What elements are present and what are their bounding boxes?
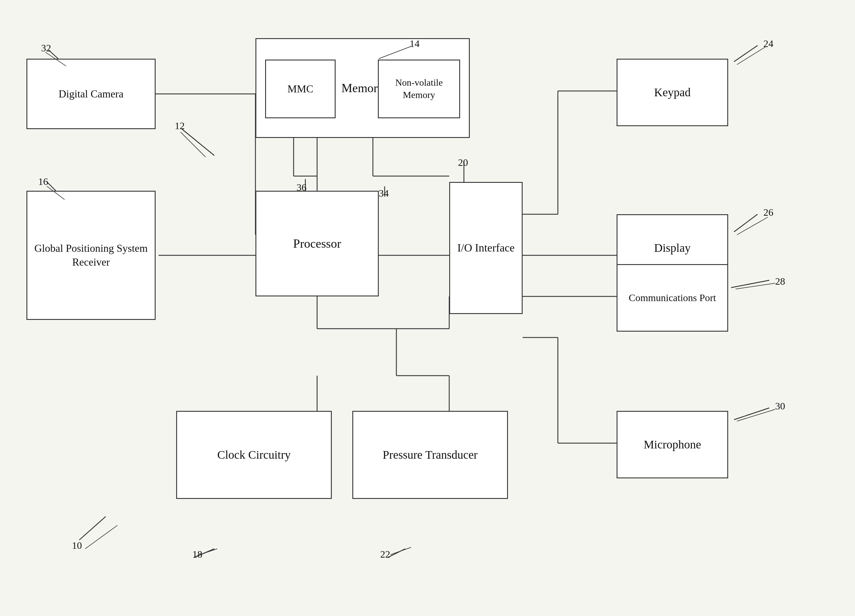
svg-line-47 bbox=[737, 410, 775, 421]
display-label: Display bbox=[654, 240, 691, 255]
nonvolatile-block: Non-volatile Memory bbox=[378, 60, 460, 118]
svg-line-31 bbox=[734, 46, 757, 62]
diagram: Memory MMC Non-volatile Memory Digital C… bbox=[0, 0, 855, 616]
svg-line-44 bbox=[737, 46, 766, 64]
gps-block: Global Positioning System Receiver bbox=[26, 191, 156, 320]
nonvolatile-label: Non-volatile Memory bbox=[379, 76, 459, 101]
memory-label: Memory bbox=[342, 80, 384, 96]
label-10: 10 bbox=[72, 540, 82, 551]
comms-port-label: Communications Port bbox=[629, 291, 716, 304]
svg-line-45 bbox=[737, 217, 768, 235]
digital-camera-block: Digital Camera bbox=[26, 59, 156, 129]
microphone-block: Microphone bbox=[617, 411, 728, 478]
label-24: 24 bbox=[763, 38, 773, 49]
label-30: 30 bbox=[775, 400, 785, 412]
label-28: 28 bbox=[775, 276, 785, 287]
svg-line-33 bbox=[388, 549, 405, 558]
label-14: 14 bbox=[409, 38, 420, 49]
clock-circuitry-block: Clock Circuitry bbox=[176, 411, 332, 499]
keypad-label: Keypad bbox=[654, 85, 691, 100]
label-22: 22 bbox=[380, 549, 390, 560]
svg-line-36 bbox=[731, 280, 769, 287]
processor-block: Processor bbox=[256, 191, 379, 297]
label-26: 26 bbox=[763, 207, 773, 218]
label-36: 36 bbox=[297, 182, 306, 193]
svg-line-40 bbox=[85, 525, 118, 549]
memory-block: Memory MMC Non-volatile Memory bbox=[256, 38, 470, 138]
keypad-block: Keypad bbox=[617, 59, 728, 126]
microphone-label: Microphone bbox=[644, 437, 701, 452]
digital-camera-label: Digital Camera bbox=[59, 87, 124, 101]
mmc-label: MMC bbox=[287, 82, 313, 96]
label-12: 12 bbox=[175, 120, 185, 131]
label-20: 20 bbox=[458, 157, 468, 168]
io-interface-block: I/O Interface bbox=[449, 182, 522, 314]
svg-line-50 bbox=[181, 132, 205, 157]
label-34: 34 bbox=[379, 188, 389, 199]
comms-port-block: Communications Port bbox=[617, 264, 728, 332]
label-16: 16 bbox=[38, 176, 48, 187]
io-interface-label: I/O Interface bbox=[457, 241, 515, 255]
svg-line-46 bbox=[735, 283, 775, 289]
label-32: 32 bbox=[41, 43, 51, 54]
label-18: 18 bbox=[192, 549, 202, 560]
svg-line-48 bbox=[200, 549, 217, 555]
svg-line-26 bbox=[79, 517, 106, 540]
svg-line-27 bbox=[182, 129, 215, 156]
mmc-block: MMC bbox=[265, 60, 336, 118]
processor-label: Processor bbox=[293, 235, 341, 252]
svg-line-49 bbox=[391, 547, 411, 555]
pressure-transducer-label: Pressure Transducer bbox=[383, 447, 477, 463]
clock-circuitry-label: Clock Circuitry bbox=[217, 447, 291, 463]
gps-label: Global Positioning System Receiver bbox=[27, 242, 155, 269]
svg-line-37 bbox=[734, 408, 769, 420]
svg-line-35 bbox=[734, 214, 757, 232]
pressure-transducer-block: Pressure Transducer bbox=[352, 411, 508, 499]
